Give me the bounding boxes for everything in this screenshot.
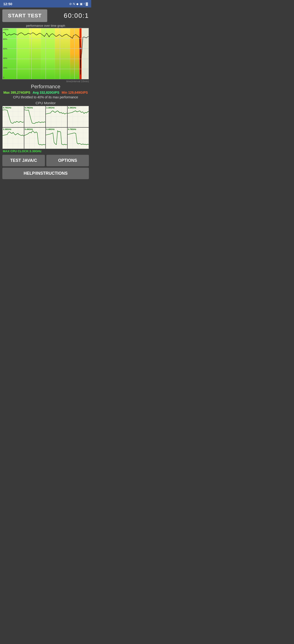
- y-axis-labels: 100% 80% 60% 40% 20% 0: [2, 28, 9, 79]
- stat-max: Max 395,274GIPS: [3, 91, 30, 94]
- status-bar: 12:50 ⊘ N ◆ ▣ ! ▓: [0, 0, 91, 8]
- cpu-freq-3: 2.38GHz: [68, 106, 76, 109]
- cpu-freq-5: 0.49GHz: [25, 128, 33, 130]
- svg-rect-3: [41, 28, 55, 79]
- y-label-80: 80%: [3, 38, 8, 40]
- performance-title: Performance: [2, 84, 89, 90]
- svg-rect-5: [70, 28, 79, 79]
- cpu-freq-0: 0.78GHz: [3, 106, 11, 109]
- cpu-cell-2: 2.38GHz: [46, 106, 67, 127]
- battery-icon: ▓: [86, 2, 88, 6]
- cpu-monitor-title: CPU Monitor: [2, 101, 89, 105]
- options-button[interactable]: OPTIONS: [46, 155, 89, 166]
- cpu-freq-6: 0.49GHz: [46, 128, 55, 130]
- y-label-20: 20%: [3, 67, 8, 69]
- graph-container: 100% 80% 60% 40% 20% 0: [2, 28, 89, 80]
- cpu-cell-0: 0.78GHz: [2, 106, 24, 127]
- cpu-cell-6: 0.49GHz: [46, 128, 67, 149]
- svg-rect-7: [82, 28, 89, 79]
- test-java-c-button[interactable]: TEST JAVA/C: [2, 155, 45, 166]
- cpu-cell-1: 0.78GHz: [24, 106, 46, 127]
- y-label-100: 100%: [3, 28, 8, 31]
- cpu-freq-2: 2.38GHz: [46, 106, 55, 109]
- y-label-40: 40%: [3, 57, 8, 60]
- main-content: START TEST 60:00:1 performance over time…: [0, 8, 91, 181]
- start-test-button[interactable]: START TEST: [2, 9, 47, 22]
- graph-title: performance over time graph: [2, 24, 89, 28]
- cpu-cell-4: 2.38GHz: [2, 128, 24, 149]
- cpu-freq-7: 0.78GHz: [68, 128, 76, 130]
- max-cpu-clock: MAX CPU CLOCK:3.30GHz: [2, 150, 89, 153]
- location-icon: ◆: [76, 2, 79, 6]
- throttle-text: CPU throttled to 40% of its max performa…: [2, 95, 89, 99]
- stat-avg: Avg 332,820GIPS: [33, 91, 59, 94]
- status-icons: ⊘ N ◆ ▣ ! ▓: [69, 2, 88, 6]
- cpu-grid: 0.78GHz 0.78GHz: [2, 106, 89, 149]
- signal-icon: ⊘: [69, 2, 72, 6]
- y-label-0: 0: [3, 76, 8, 79]
- graph-section: performance over time graph: [2, 24, 89, 83]
- cpu-freq-4: 2.38GHz: [3, 128, 11, 130]
- bluetooth-icon: ▣: [80, 2, 83, 6]
- performance-stats: Max 395,274GIPS Avg 332,820GIPS Min 129,…: [2, 91, 89, 94]
- cpu-cell-3: 2.38GHz: [68, 106, 89, 127]
- stat-min: Min 129,649GIPS: [62, 91, 88, 94]
- bottom-buttons-row: TEST JAVA/C OPTIONS: [2, 155, 89, 166]
- cpu-freq-1: 0.78GHz: [25, 106, 33, 109]
- help-instructions-button[interactable]: HELP/INSTRUCTIONS: [2, 168, 89, 179]
- svg-rect-4: [55, 28, 70, 79]
- top-row: START TEST 60:00:1: [2, 9, 89, 22]
- timer-display: 60:00:1: [64, 12, 89, 20]
- svg-rect-1: [16, 28, 29, 79]
- cpu-cell-7: 0.78GHz: [68, 128, 89, 149]
- y-label-60: 60%: [3, 48, 8, 50]
- x-axis-label: time(interval 10min): [2, 80, 89, 83]
- cpu-cell-5: 0.49GHz: [24, 128, 46, 149]
- alert-icon: !: [84, 2, 85, 6]
- status-time: 12:50: [3, 2, 12, 6]
- nfc-icon: N: [73, 2, 75, 6]
